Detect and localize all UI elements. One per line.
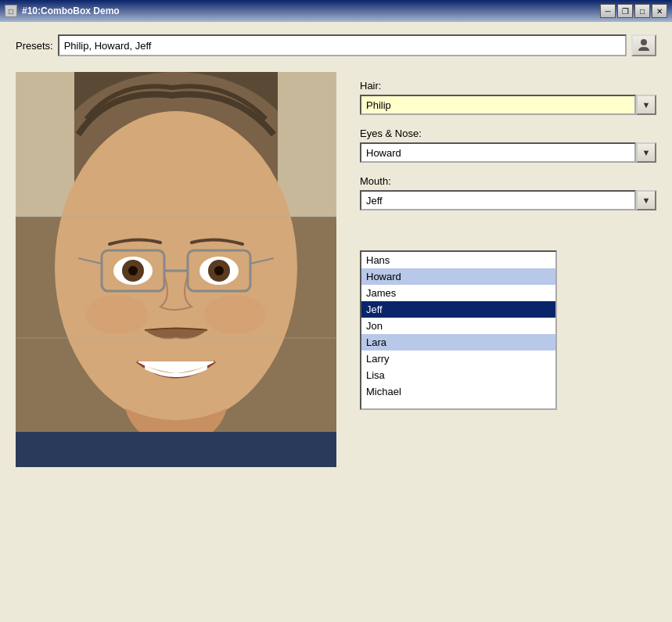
minimize-button[interactable]: ─ (600, 4, 616, 18)
svg-point-15 (214, 266, 224, 275)
face-image (16, 72, 336, 467)
mouth-combo-row: ▼ (360, 190, 656, 210)
chevron-down-icon: ▼ (642, 100, 651, 110)
list-item[interactable]: Lara (361, 334, 555, 351)
controls-panel: Hair: ▼ Eyes & Nose: ▼ (360, 72, 656, 210)
svg-point-0 (641, 39, 647, 45)
list-item[interactable]: Howard (361, 268, 555, 285)
eyes-input[interactable] (360, 142, 636, 163)
hair-dropdown-button[interactable]: ▼ (636, 95, 656, 115)
list-item[interactable]: Jon (361, 318, 555, 334)
mouth-label: Mouth: (360, 175, 656, 187)
mouth-dropdown-list: HansHowardJamesJeffJonLaraLarryLisaMicha… (360, 250, 557, 410)
list-item[interactable]: James (361, 285, 555, 301)
eyes-label: Eyes & Nose: (360, 128, 656, 139)
title-bar: □ #10:ComboBox Demo ─ ❐ □ ✕ (0, 0, 672, 22)
close-button[interactable]: ✕ (652, 4, 667, 18)
person-icon (637, 38, 651, 52)
list-item[interactable]: Michael (361, 383, 555, 400)
window-icon: □ (5, 5, 17, 17)
list-item[interactable]: Jeff (361, 301, 555, 318)
svg-point-17 (203, 295, 266, 334)
svg-point-14 (128, 266, 138, 275)
hair-label: Hair: (360, 80, 656, 92)
presets-row: Presets: (16, 34, 656, 56)
list-item[interactable]: Lisa (361, 367, 555, 383)
dropdown-scroll-area[interactable]: HansHowardJamesJeffJonLaraLarryLisaMicha… (361, 252, 555, 408)
maximize-button[interactable]: □ (634, 4, 650, 18)
window-title: #10:ComboBox Demo (22, 5, 595, 16)
title-bar-buttons: ─ ❐ □ ✕ (600, 4, 667, 18)
eyes-dropdown-button[interactable]: ▼ (636, 142, 656, 163)
mouth-field-group: Mouth: ▼ (360, 175, 656, 210)
presets-label: Presets: (16, 40, 53, 52)
window-content: Presets: (0, 22, 672, 622)
eyes-field-group: Eyes & Nose: ▼ (360, 128, 656, 163)
hair-combo-row: ▼ (360, 95, 656, 115)
chevron-down-icon: ▼ (642, 148, 651, 157)
restore-button[interactable]: ❐ (617, 4, 633, 18)
list-item[interactable]: Larry (361, 351, 555, 367)
face-container (16, 72, 336, 467)
mouth-dropdown-button[interactable]: ▼ (636, 190, 656, 210)
chevron-down-icon: ▼ (642, 196, 651, 205)
eyes-combo-row: ▼ (360, 142, 656, 163)
svg-rect-6 (278, 72, 336, 217)
hair-input[interactable] (360, 95, 636, 115)
svg-point-16 (86, 295, 149, 334)
presets-person-button[interactable] (631, 34, 656, 56)
main-layout: Hair: ▼ Eyes & Nose: ▼ (16, 72, 656, 467)
hair-field-group: Hair: ▼ (360, 80, 656, 115)
mouth-input[interactable] (360, 190, 636, 210)
list-item[interactable]: Hans (361, 252, 555, 268)
svg-rect-5 (16, 72, 74, 217)
presets-input[interactable] (58, 34, 627, 56)
